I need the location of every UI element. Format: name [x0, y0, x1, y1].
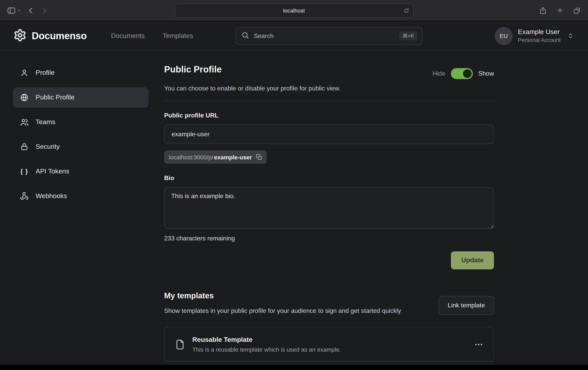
sidebar-item-profile[interactable]: Profile	[13, 63, 148, 83]
sidebar-item-api-tokens[interactable]: { } API Tokens	[13, 161, 148, 182]
template-description: This is a reusable template which is use…	[192, 346, 341, 353]
characters-remaining: 233 characters remaining	[164, 235, 494, 242]
browser-window: localhost	[0, 0, 588, 370]
user-name: Example User	[518, 28, 561, 37]
profile-url-prefix: localhost:3000/p/	[169, 154, 213, 160]
main-content: Public Profile Hide Show You can choose …	[164, 63, 494, 362]
globe-icon	[20, 93, 29, 102]
app-header: Documenso Documents Templates ⌘+K EU Exa…	[0, 21, 588, 51]
sidebar-item-label: API Tokens	[36, 168, 69, 175]
tab-overview-icon[interactable]	[573, 6, 581, 14]
brand-name: Documenso	[32, 30, 87, 41]
profile-url-slug: example-user	[214, 154, 252, 160]
sidebar-item-label: Public Profile	[36, 93, 74, 101]
profile-url-preview[interactable]: localhost:3000/p/example-user	[164, 150, 267, 164]
public-profile-url-label: Public profile URL	[164, 112, 494, 119]
template-card: Reusable Template This is a reusable tem…	[164, 327, 494, 362]
users-icon	[20, 118, 29, 127]
webhook-icon	[20, 192, 29, 200]
page-head: Public Profile Hide Show	[164, 63, 494, 79]
update-button[interactable]: Update	[451, 251, 494, 269]
refresh-icon[interactable]	[403, 8, 409, 13]
app-body: Profile Public Profile Teams	[0, 51, 588, 362]
template-name: Reusable Template	[192, 336, 341, 344]
page-title: Public Profile	[164, 64, 222, 75]
user-account-type: Personal Account	[518, 37, 561, 44]
settings-sidebar: Profile Public Profile Teams	[13, 63, 148, 362]
section-divider	[164, 101, 494, 101]
braces-icon: { }	[20, 168, 29, 175]
new-tab-icon[interactable]	[556, 7, 564, 14]
user-icon	[20, 69, 29, 77]
user-menu[interactable]: EU Example User Personal Account	[495, 27, 574, 45]
global-search[interactable]: ⌘+K	[235, 27, 423, 45]
back-icon[interactable]	[27, 6, 35, 14]
browser-action-controls	[539, 6, 581, 15]
nav-documents[interactable]: Documents	[111, 32, 145, 40]
sidebar-item-label: Security	[36, 143, 60, 151]
sidebar-toggle-icon[interactable]	[7, 6, 16, 15]
sidebar-item-label: Teams	[36, 118, 55, 126]
search-shortcut-badge: ⌘+K	[399, 31, 418, 40]
page-subtitle: You can choose to enable or disable your…	[164, 85, 494, 92]
address-bar[interactable]: localhost	[175, 3, 413, 18]
search-input[interactable]	[253, 32, 395, 40]
browser-nav-controls	[7, 6, 48, 15]
toggle-knob	[463, 69, 472, 78]
bio-label: Bio	[164, 175, 494, 182]
sidebar-item-label: Profile	[36, 69, 54, 77]
sidebar-item-security[interactable]: Security	[13, 137, 148, 157]
sidebar-item-public-profile[interactable]: Public Profile	[13, 87, 148, 108]
avatar: EU	[495, 27, 513, 45]
share-icon[interactable]	[539, 6, 547, 15]
forward-icon[interactable]	[40, 6, 48, 14]
nav-templates[interactable]: Templates	[163, 32, 193, 40]
profile-visibility-toggle-group: Hide Show	[432, 68, 494, 79]
toggle-off-label: Hide	[432, 70, 445, 77]
file-icon	[175, 339, 185, 350]
brand[interactable]: Documenso	[13, 28, 87, 43]
app-root: Documenso Documents Templates ⌘+K EU Exa…	[0, 21, 588, 365]
toolbar-chevron-down-icon[interactable]	[17, 8, 21, 12]
copy-icon[interactable]	[256, 154, 262, 160]
documenso-logo-icon	[13, 28, 27, 43]
sidebar-item-label: Webhooks	[36, 192, 67, 200]
my-templates-description: Show templates in your public profile fo…	[164, 306, 434, 316]
main-nav: Documents Templates	[111, 32, 193, 40]
chevrons-up-down-icon	[567, 32, 574, 39]
url-text: localhost	[283, 7, 305, 14]
toggle-on-label: Show	[478, 70, 494, 77]
my-templates-section: My templates Show templates in your publ…	[164, 291, 494, 362]
template-menu-ellipsis-icon[interactable]	[474, 340, 483, 349]
lock-icon	[20, 143, 29, 151]
search-icon	[241, 31, 249, 41]
public-profile-url-input[interactable]	[164, 124, 494, 144]
my-templates-title: My templates	[164, 291, 434, 300]
sidebar-item-teams[interactable]: Teams	[13, 112, 148, 132]
browser-toolbar: localhost	[0, 0, 588, 21]
profile-visibility-toggle[interactable]	[451, 68, 473, 79]
link-template-button[interactable]: Link template	[439, 296, 494, 315]
sidebar-item-webhooks[interactable]: Webhooks	[13, 186, 148, 206]
bio-textarea[interactable]: This is an example bio.	[164, 187, 494, 229]
